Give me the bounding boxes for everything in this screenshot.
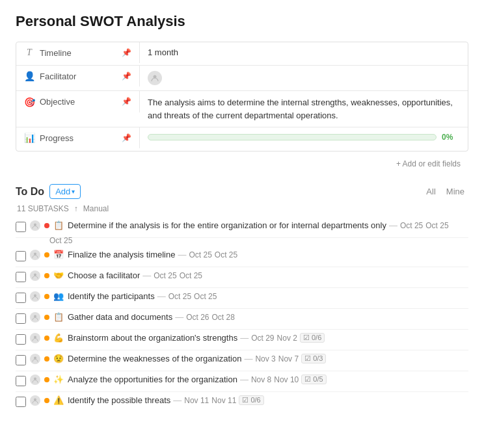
field-label-facilitator: 👤 Facilitator 📌 (16, 66, 140, 86)
field-value-facilitator[interactable] (140, 66, 468, 90)
field-value-objective[interactable]: The analysis aims to determine the inter… (140, 91, 468, 127)
add-button-label: Add (55, 187, 70, 196)
task-checkbox[interactable] (16, 293, 26, 303)
task-checkbox[interactable] (16, 376, 26, 386)
task-due-date: Oct 25 (215, 250, 237, 259)
task-checkbox[interactable] (16, 334, 26, 345)
field-label-timeline: T Timeline 📌 (16, 42, 140, 63)
status-dot (44, 252, 49, 257)
subtasks-count: 11 SUBTASKS (17, 204, 69, 213)
facilitator-avatar[interactable] (148, 71, 162, 85)
add-edit-fields-button[interactable]: + Add or edit fields (16, 155, 468, 172)
task-type-icon: 💪 (53, 333, 64, 343)
svg-point-5 (34, 315, 36, 318)
svg-point-6 (34, 336, 36, 339)
add-button[interactable]: Add ▾ (49, 184, 81, 199)
task-checkbox[interactable] (16, 251, 26, 261)
task-checkbox[interactable] (16, 313, 26, 324)
task-text: Determine if the analysis is for the ent… (68, 220, 468, 230)
svg-point-7 (34, 357, 36, 360)
status-dot (44, 294, 49, 299)
task-type-icon: ✨ (53, 375, 64, 384)
task-name[interactable]: Brainstorm about the organization's stre… (68, 333, 237, 343)
task-due-date: Oct 25 (180, 271, 202, 280)
task-type-icon: 📋 (53, 312, 64, 322)
task-text: Determine the weaknesses of the organiza… (68, 354, 468, 363)
field-label-objective: 🎯 Objective 📌 (16, 91, 140, 112)
task-dash: — (240, 375, 249, 384)
page-title: Personal SWOT Analysis (16, 13, 468, 30)
task-type-icon: 🤝 (53, 270, 64, 280)
objective-pin-icon: 📌 (122, 97, 131, 106)
task-avatar (30, 375, 40, 385)
status-dot (44, 377, 49, 382)
filter-mine-button[interactable]: Mine (442, 185, 468, 198)
task-name[interactable]: Identify the participants (68, 291, 155, 301)
task-row: 💪 Brainstorm about the organization's st… (16, 330, 468, 350)
task-name[interactable]: Identify the possible threats (68, 395, 170, 405)
field-value-progress[interactable]: 0% (140, 127, 468, 147)
task-text: Identify the possible threats — Nov 11 N… (68, 395, 468, 405)
svg-point-3 (34, 274, 36, 276)
facilitator-icon: 👤 (24, 71, 34, 81)
task-start-date: Oct 26 (186, 313, 209, 322)
task-row: 😟 Determine the weaknesses of the organi… (16, 350, 468, 371)
timeline-label: Timeline (40, 48, 72, 58)
objective-label: Objective (40, 97, 75, 107)
task-checkbox[interactable] (16, 222, 26, 232)
fields-table: T Timeline 📌 1 month 👤 Facilitator 📌 🎯 (16, 42, 468, 152)
progress-bar-bg (148, 134, 437, 140)
task-dash: — (157, 291, 166, 301)
task-type-icon: 😟 (53, 354, 64, 363)
task-checkbox[interactable] (16, 355, 26, 365)
progress-percent: 0% (442, 133, 460, 142)
sort-label: Manual (83, 204, 109, 213)
task-start-date: Nov 8 (251, 375, 271, 384)
svg-point-4 (34, 295, 36, 297)
task-text: Brainstorm about the organization's stre… (68, 333, 468, 343)
task-type-icon: 📋 (53, 220, 64, 230)
timeline-value: 1 month (148, 47, 178, 57)
field-value-timeline[interactable]: 1 month (140, 42, 468, 62)
task-name[interactable]: Choose a facilitator (68, 270, 140, 280)
timeline-icon: T (24, 47, 34, 58)
task-name[interactable]: Finalize the analysis timeline (68, 250, 175, 259)
task-type-icon: 👥 (53, 291, 64, 301)
task-avatar (30, 312, 40, 323)
status-dot (44, 223, 49, 228)
task-type-icon: ⚠️ (53, 395, 64, 405)
status-dot (44, 398, 49, 403)
task-row: 📅 Finalize the analysis timeline — Oct 2… (16, 246, 468, 267)
field-row-progress: 📊 Progress 📌 0% (16, 127, 468, 151)
todo-section-title: To Do Add ▾ (16, 184, 81, 199)
task-name[interactable]: Determine the weaknesses of the organiza… (68, 354, 241, 363)
task-row: 📋 Determine if the analysis is for the e… (16, 217, 468, 238)
task-due-date: Nov 11 (211, 396, 236, 405)
task-dash: — (142, 270, 151, 280)
field-label-progress: 📊 Progress 📌 (16, 127, 140, 148)
task-name[interactable]: Gather data and documents (68, 312, 172, 322)
task-due-date: Nov 2 (277, 334, 297, 343)
task-dash: — (240, 333, 249, 343)
task-name[interactable]: Analyze the opportunities for the organi… (68, 375, 237, 384)
check-badge: ☑ 0/3 (301, 354, 326, 363)
status-dot (44, 356, 49, 362)
field-row-objective: 🎯 Objective 📌 The analysis aims to deter… (16, 91, 468, 127)
task-checkbox[interactable] (16, 272, 26, 282)
task-start-date: Nov 11 (184, 396, 209, 405)
task-name[interactable]: Determine if the analysis is for the ent… (68, 220, 386, 230)
task-row: 👥 Identify the participants — Oct 25 Oct… (16, 288, 468, 309)
task-start-date: Oct 25 (154, 271, 176, 280)
task-start-date: Oct 29 (251, 334, 274, 343)
todo-section-header: To Do Add ▾ All Mine (16, 184, 468, 199)
task-checkbox[interactable] (16, 397, 26, 407)
task-avatar (30, 395, 40, 406)
task-avatar (30, 270, 40, 281)
timeline-pin-icon: 📌 (122, 48, 131, 57)
task-text: Gather data and documents — Oct 26 Oct 2… (68, 312, 468, 322)
task-row: 🤝 Choose a facilitator — Oct 25 Oct 25 (16, 267, 468, 288)
filter-all-button[interactable]: All (422, 185, 439, 198)
task-start-date: Oct 25 (168, 292, 191, 301)
task-row: ✨ Analyze the opportunities for the orga… (16, 371, 468, 392)
check-badge: ☑ 0/5 (301, 375, 326, 384)
